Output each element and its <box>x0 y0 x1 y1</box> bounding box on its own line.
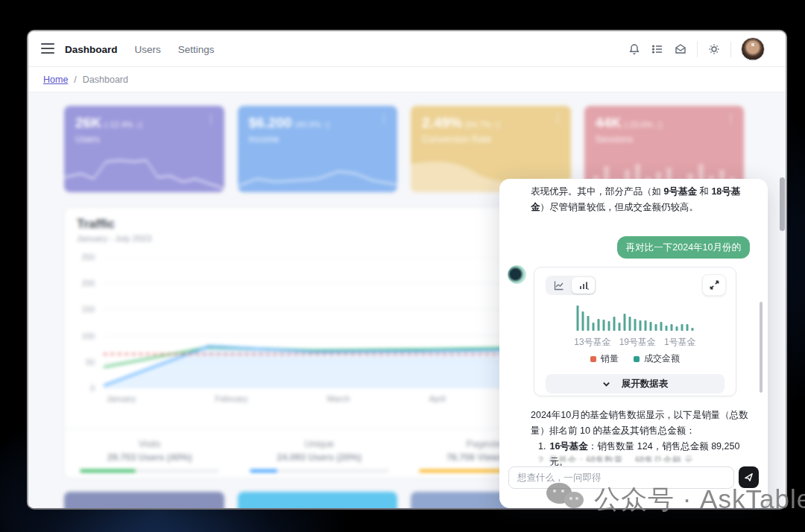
legend-swatch-amount <box>634 356 640 362</box>
bot-avatar <box>508 265 526 284</box>
stat-delta: (84.7% ↑) <box>465 120 500 129</box>
window-scrollbar-thumb[interactable] <box>780 177 785 231</box>
traffic-stat-visits: Visits 29.703 Users (40%) <box>65 429 235 478</box>
wechat-icon <box>546 480 590 519</box>
nav-item-dashboard[interactable]: Dashboard <box>65 44 118 55</box>
divider <box>697 41 698 57</box>
breadcrumb: Home / Dashboard <box>28 67 786 92</box>
card-menu-icon[interactable]: ⋮ <box>206 112 217 125</box>
fund-bar-chart <box>577 305 694 331</box>
theme-sun-icon[interactable] <box>707 42 721 56</box>
user-avatar[interactable] <box>741 37 765 61</box>
nav-item-settings[interactable]: Settings <box>178 44 215 55</box>
stat-label: Conversion Rate <box>422 134 491 145</box>
breadcrumb-current: Dashboard <box>83 75 128 85</box>
social-card <box>64 492 224 508</box>
fund-chart-x-labels: 13号基金 19号基金 1号基金 <box>534 336 736 349</box>
stat-value: 44K <box>596 115 622 130</box>
watermark: 公众号 · AskTable <box>546 480 805 519</box>
stat-value: $6.200 <box>249 115 292 130</box>
breadcrumb-home-link[interactable]: Home <box>43 75 68 85</box>
bar-chart-toggle-icon[interactable] <box>572 277 595 294</box>
sparkline-chart <box>238 149 398 192</box>
assistant-message: 表现优异。其中，部分产品（如 9号基金 和 18号基金）尽管销量较低，但成交金额… <box>531 184 751 215</box>
bell-icon[interactable] <box>628 42 641 56</box>
progress-bar <box>250 469 389 472</box>
hamburger-menu-icon[interactable] <box>41 43 54 54</box>
watermark-text: 公众号 · AskTable <box>594 482 805 517</box>
line-chart-toggle-icon[interactable] <box>547 277 570 294</box>
chevron-down-icon <box>602 380 610 388</box>
traffic-title: Traffic <box>77 217 115 232</box>
progress-bar <box>80 469 219 472</box>
traffic-y-axis: 250200150100500 <box>71 253 95 393</box>
breadcrumb-separator: / <box>74 75 76 85</box>
traffic-stat-unique: Unique 24.093 Users (20%) <box>235 429 405 478</box>
asktable-chat-panel: 表现优异。其中，部分产品（如 9号基金 和 18号基金）尽管销量较低，但成交金额… <box>499 179 768 508</box>
social-card <box>238 492 398 508</box>
stat-delta: (-23.6% ↓) <box>624 120 662 129</box>
expand-data-table-button[interactable]: 展开数据表 <box>546 374 724 393</box>
clipped-list-item: 2. 号基金：销售数量 ，销售总金额 元。 <box>538 455 751 462</box>
stat-label: Sessions <box>596 134 634 145</box>
header-actions <box>628 31 765 67</box>
top-nav: Dashboard Users Settings <box>65 31 215 67</box>
app-header: Dashboard Users Settings <box>28 31 786 67</box>
stat-label: Users <box>75 134 100 145</box>
fund-chart-widget: 13号基金 19号基金 1号基金 销量 成交金额 展开数据表 <box>534 267 736 396</box>
stat-delta: (-12.4% ↓) <box>104 120 142 129</box>
user-message-bubble: 再对比一下2024年10月份的 <box>617 236 750 259</box>
card-menu-icon[interactable]: ⋮ <box>725 112 736 125</box>
stat-value: 26K <box>75 115 101 130</box>
mail-icon[interactable] <box>674 42 687 56</box>
traffic-subtitle: January - July 2023 <box>77 234 151 243</box>
legend-swatch-sales <box>590 356 596 362</box>
task-list-icon[interactable] <box>651 42 664 56</box>
fund-chart-legend: 销量 成交金额 <box>534 352 736 365</box>
chart-type-toggle <box>546 276 596 295</box>
divider <box>730 41 731 57</box>
stat-label: Income <box>249 134 280 145</box>
card-menu-icon[interactable]: ⋮ <box>379 112 390 125</box>
stat-card-income: $6.200(40.9% ↑) Income ⋮ <box>238 106 398 192</box>
stat-delta: (40.9% ↑) <box>295 120 330 129</box>
stat-value: 2.49% <box>422 115 462 130</box>
card-menu-icon[interactable]: ⋮ <box>552 112 564 125</box>
expand-chart-icon[interactable] <box>702 274 726 296</box>
sparkline-chart <box>64 149 224 192</box>
stat-card-users: 26K(-12.4% ↓) Users ⋮ <box>64 106 224 192</box>
chat-scrollbar-thumb[interactable] <box>760 302 763 393</box>
nav-item-users[interactable]: Users <box>135 44 161 55</box>
